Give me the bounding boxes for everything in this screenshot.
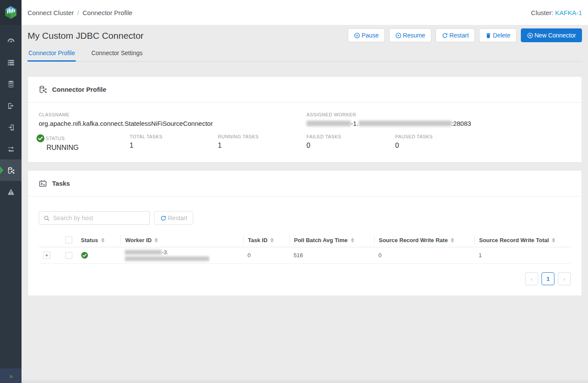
sidebar-item-alerts[interactable] (0, 181, 22, 202)
row-poll-batch-avg-time-cell: 516 (289, 252, 374, 258)
restart-button-label: Restart (449, 32, 469, 39)
replication-icon (7, 145, 15, 153)
row-select-cell (61, 252, 77, 259)
column-header-status[interactable]: Status (77, 235, 121, 245)
breadcrumb-connector-profile[interactable]: Connector Profile (83, 9, 133, 16)
app-root: » Connect Cluster / Connector Profile Cl… (0, 0, 588, 383)
sort-icon (351, 238, 354, 243)
tasks-controls: Restart (39, 211, 571, 225)
column-header-worker-id[interactable]: Worker ID (121, 235, 243, 245)
row-checkbox[interactable] (65, 252, 72, 259)
column-header-task-id[interactable]: Task ID (243, 235, 289, 245)
paused-tasks-stat: PAUSED TASKS 0 (395, 134, 433, 152)
tasks-restart-button[interactable]: Restart (154, 211, 193, 225)
redacted-hostname-segment (306, 121, 351, 126)
row-source-record-write-rate-cell: 0 (374, 252, 474, 258)
status-value: RUNNING (46, 144, 130, 152)
refresh-icon (442, 32, 448, 39)
pagination-next-button[interactable]: › (558, 272, 571, 285)
sort-icon (155, 238, 158, 243)
resume-button-label: Resume (403, 32, 425, 39)
connect-icon (7, 166, 15, 174)
brokers-icon (7, 59, 15, 67)
plus-circle-icon (527, 32, 533, 39)
check-circle-icon (36, 134, 45, 143)
pagination-prev-button[interactable]: ‹ (525, 272, 538, 285)
row-expand-button[interactable]: + (43, 252, 50, 259)
running-tasks-stat: RUNNING TASKS 1 (218, 134, 306, 152)
sidebar-item-topics[interactable] (0, 73, 22, 95)
cluster-name-link[interactable]: KAFKA-1 (555, 9, 582, 16)
tab-connector-profile[interactable]: Connector Profile (28, 47, 76, 62)
tab-connector-settings[interactable]: Connector Settings (90, 47, 143, 62)
tab-bar: Connector Profile Connector Settings (28, 47, 582, 62)
connector-actions: Pause Resume Restart (348, 28, 582, 42)
chevron-left-icon: ‹ (531, 276, 532, 282)
sidebar-item-connect[interactable] (0, 159, 22, 181)
restart-button[interactable]: Restart (436, 28, 475, 42)
select-all-cell (61, 237, 77, 243)
assigned-worker-port: :28083 (452, 120, 471, 127)
total-tasks-stat: TOTAL TASKS 1 (130, 134, 218, 152)
tasks-card-header: Tasks (28, 171, 582, 196)
sidebar-item-producers[interactable] (0, 95, 22, 116)
task-search (39, 211, 150, 225)
check-circle-icon (81, 252, 88, 259)
producers-icon (7, 102, 15, 110)
pagination-page-1[interactable]: 1 (542, 272, 554, 285)
column-header-source-record-write-rate[interactable]: Source Record Write Rate (374, 235, 474, 245)
select-all-checkbox[interactable] (65, 237, 72, 243)
redacted-domain-segment (125, 256, 209, 261)
consumers-icon (7, 123, 15, 131)
tasks-restart-label: Restart (168, 215, 187, 221)
sidebar-item-replication[interactable] (0, 138, 22, 159)
tasks-table-header: Status Worker ID Task ID (39, 233, 571, 247)
sidebar-nav (0, 30, 22, 368)
failed-tasks-label: FAILED TASKS (306, 134, 395, 139)
total-tasks-label: TOTAL TASKS (130, 134, 218, 139)
smm-gem-icon (3, 5, 18, 20)
sidebar-collapse-toggle[interactable]: » (0, 368, 22, 383)
search-icon (43, 215, 50, 221)
total-tasks-value: 1 (130, 142, 218, 149)
smm-logo[interactable] (0, 0, 22, 25)
tasks-card-body: Restart Status (28, 196, 582, 296)
trash-icon (485, 32, 492, 39)
column-header-source-record-write-total[interactable]: Source Record Write Total (474, 235, 571, 245)
sidebar-item-brokers[interactable] (0, 52, 22, 73)
paused-tasks-value: 0 (395, 142, 433, 149)
breadcrumb-separator: / (77, 9, 79, 16)
row-source-record-write-total-cell: 1 (474, 252, 571, 258)
double-chevron-right-icon: » (9, 372, 12, 380)
main-area: Connect Cluster / Connector Profile Clus… (22, 0, 588, 383)
sidebar-item-overview[interactable] (0, 30, 22, 52)
status-stat: STATUS RUNNING (39, 134, 130, 152)
breadcrumb-connect-cluster[interactable]: Connect Cluster (28, 9, 74, 16)
tasks-table: Status Worker ID Task ID (39, 233, 571, 264)
sidebar-item-consumers[interactable] (0, 116, 22, 138)
assigned-worker-value: -1.:28083 (306, 120, 471, 127)
connector-profile-card-header: Connector Profile (28, 77, 582, 103)
column-header-poll-batch-avg-time[interactable]: Poll Batch Avg Time (289, 235, 374, 245)
search-input[interactable] (53, 215, 145, 221)
resume-button[interactable]: Resume (389, 28, 431, 42)
cluster-indicator: Cluster: KAFKA-1 (531, 9, 582, 16)
alerts-icon (7, 188, 15, 196)
new-connector-button[interactable]: New Connector (521, 28, 582, 42)
topbar: Connect Cluster / Connector Profile Clus… (22, 0, 588, 25)
task-stats-row: STATUS RUNNING TOTAL TASKS 1 RUNNING TAS… (39, 134, 571, 152)
new-connector-button-label: New Connector (535, 32, 576, 39)
tasks-icon (38, 179, 47, 188)
page-header: My Custom JDBC Connector Pause Resume (22, 25, 588, 62)
sort-icon (552, 238, 555, 243)
delete-button[interactable]: Delete (479, 28, 516, 42)
sort-icon (101, 238, 105, 243)
tasks-card: Tasks (28, 170, 582, 296)
pause-button[interactable]: Pause (348, 28, 385, 42)
pause-circle-icon (354, 32, 360, 39)
worker-id-visible-text: -3. (162, 249, 168, 255)
play-circle-icon (395, 32, 402, 39)
running-tasks-label: RUNNING TASKS (218, 134, 306, 139)
topics-icon (7, 80, 15, 88)
gauge-icon (7, 37, 15, 45)
